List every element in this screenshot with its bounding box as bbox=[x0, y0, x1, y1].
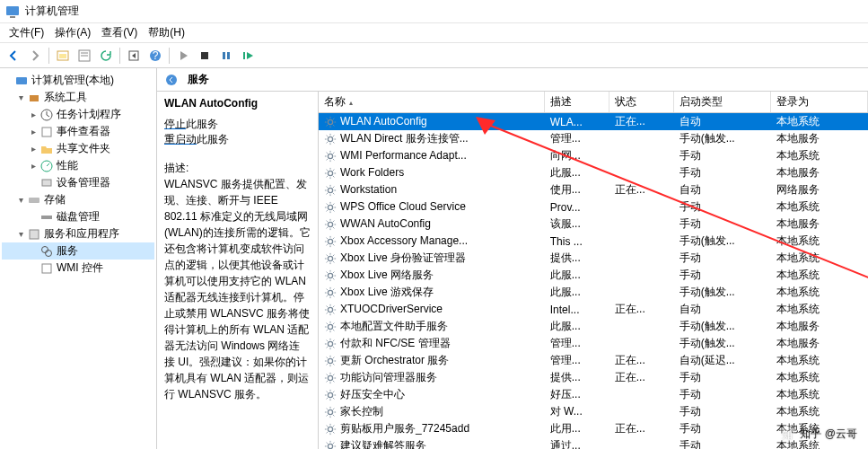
svg-point-33 bbox=[328, 222, 332, 226]
service-detail-pane: WLAN AutoConfig 停止此服务 重启动此服务 描述: WLANSVC… bbox=[157, 92, 319, 449]
help-button[interactable]: ? bbox=[145, 46, 165, 66]
svg-point-36 bbox=[328, 273, 332, 277]
pause-service-button[interactable] bbox=[216, 46, 236, 66]
tree-device-manager[interactable]: 设备管理器 bbox=[2, 174, 154, 191]
svg-point-31 bbox=[328, 188, 332, 192]
titlebar: 计算机管理 bbox=[0, 0, 868, 23]
desc-label: 描述: bbox=[164, 160, 311, 176]
svg-point-45 bbox=[328, 427, 332, 431]
service-row[interactable]: 好压安全中心好压...手动本地系统 bbox=[319, 386, 868, 403]
separator bbox=[119, 48, 120, 64]
svg-text:?: ? bbox=[153, 49, 159, 62]
service-row[interactable]: 更新 Orchestrator 服务管理...正在...自动(延迟...本地系统 bbox=[319, 352, 868, 369]
restart-link[interactable]: 重启动 bbox=[164, 133, 197, 145]
service-row[interactable]: Workstation使用...正在...自动网络服务 bbox=[319, 181, 868, 198]
tree-event-viewer[interactable]: ▸事件查看器 bbox=[2, 123, 154, 140]
watermark: 知 知乎 @云哥 bbox=[780, 427, 857, 442]
content-pane: 服务 WLAN AutoConfig 停止此服务 重启动此服务 描述: WLAN… bbox=[157, 68, 868, 449]
svg-point-23 bbox=[42, 246, 48, 252]
service-row[interactable]: Work Folders此服...手动本地服务 bbox=[319, 164, 868, 181]
back-button[interactable] bbox=[4, 46, 23, 66]
svg-point-29 bbox=[328, 154, 332, 158]
detail-service-name: WLAN AutoConfig bbox=[164, 97, 311, 110]
service-row[interactable]: WLAN AutoConfigWLA...正在...自动本地系统 bbox=[319, 113, 868, 131]
menubar: 文件(F) 操作(A) 查看(V) 帮助(H) bbox=[0, 23, 868, 43]
service-row[interactable]: Xbox Live 网络服务此服...手动本地系统 bbox=[319, 267, 868, 284]
header-back-icon[interactable] bbox=[162, 71, 180, 89]
forward-button[interactable] bbox=[25, 46, 45, 66]
nav-tree[interactable]: 计算机管理(本地) ▾系统工具 ▸任务计划程序 ▸事件查看器 ▸共享文件夹 ▸性… bbox=[0, 68, 157, 449]
tree-task-scheduler[interactable]: ▸任务计划程序 bbox=[2, 106, 154, 123]
properties-button[interactable] bbox=[75, 46, 94, 66]
svg-point-34 bbox=[328, 239, 332, 243]
tree-services[interactable]: 服务 bbox=[2, 242, 154, 260]
svg-point-43 bbox=[328, 392, 332, 397]
menu-view[interactable]: 查看(V) bbox=[96, 23, 143, 42]
app-icon bbox=[5, 4, 20, 19]
svg-rect-17 bbox=[42, 128, 51, 136]
tree-root[interactable]: 计算机管理(本地) bbox=[2, 72, 154, 89]
svg-point-32 bbox=[328, 205, 332, 209]
svg-point-40 bbox=[328, 341, 332, 346]
svg-point-42 bbox=[328, 375, 332, 380]
svg-rect-0 bbox=[6, 6, 19, 15]
svg-rect-3 bbox=[59, 54, 66, 58]
tree-storage[interactable]: ▾存储 bbox=[2, 191, 154, 208]
service-row[interactable]: WMI Performance Adapt...向网...手动本地系统 bbox=[319, 147, 868, 164]
service-row[interactable]: 本地配置文件助手服务此服...手动(触发...本地服务 bbox=[319, 318, 868, 335]
svg-rect-22 bbox=[30, 230, 39, 239]
service-row[interactable]: WWAN AutoConfig该服...手动本地服务 bbox=[319, 216, 868, 233]
service-row[interactable]: XTUOCDriverServiceIntel...正在...自动本地系统 bbox=[319, 301, 868, 318]
svg-point-27 bbox=[328, 119, 332, 124]
export-button[interactable] bbox=[124, 46, 144, 66]
zhihu-icon: 知 bbox=[780, 427, 794, 442]
service-row[interactable]: 家长控制对 W...手动本地系统 bbox=[319, 403, 868, 420]
service-row[interactable]: Xbox Accessory Manage...This ...手动(触发...… bbox=[319, 233, 868, 250]
tree-shared-folders[interactable]: ▸共享文件夹 bbox=[2, 140, 154, 157]
tree-system-tools[interactable]: ▾系统工具 bbox=[2, 89, 154, 106]
window-title: 计算机管理 bbox=[25, 4, 79, 19]
service-row[interactable]: 付款和 NFC/SE 管理器管理...手动(触发...本地服务 bbox=[319, 335, 868, 352]
refresh-button[interactable] bbox=[96, 46, 116, 66]
tree-services-apps[interactable]: ▾服务和应用程序 bbox=[2, 225, 154, 242]
svg-rect-15 bbox=[30, 95, 39, 101]
col-name[interactable]: 名称▴ bbox=[319, 92, 545, 113]
service-list[interactable]: 名称▴ 描述 状态 启动类型 登录为 WLAN AutoConfigWLA...… bbox=[319, 92, 868, 449]
separator bbox=[169, 48, 170, 64]
up-button[interactable] bbox=[53, 46, 73, 66]
tree-performance[interactable]: ▸性能 bbox=[2, 157, 154, 174]
svg-point-37 bbox=[328, 290, 332, 295]
menu-file[interactable]: 文件(F) bbox=[4, 23, 49, 42]
svg-rect-12 bbox=[227, 52, 230, 59]
service-row[interactable]: Xbox Live 游戏保存此服...手动(触发...本地系统 bbox=[319, 284, 868, 301]
tree-wmi[interactable]: WMI 控件 bbox=[2, 260, 154, 277]
svg-point-38 bbox=[328, 307, 332, 312]
stop-link[interactable]: 停止 bbox=[164, 118, 186, 130]
main-content: 计算机管理(本地) ▾系统工具 ▸任务计划程序 ▸事件查看器 ▸共享文件夹 ▸性… bbox=[0, 68, 868, 449]
col-status[interactable]: 状态 bbox=[609, 92, 674, 113]
stop-service-button[interactable] bbox=[195, 46, 215, 66]
menu-help[interactable]: 帮助(H) bbox=[143, 23, 190, 42]
svg-rect-11 bbox=[223, 52, 225, 59]
tree-disk-management[interactable]: 磁盘管理 bbox=[2, 208, 154, 225]
svg-point-46 bbox=[328, 444, 332, 448]
service-row[interactable]: Xbox Live 身份验证管理器提供...手动本地系统 bbox=[319, 250, 868, 267]
restart-service-button[interactable] bbox=[238, 46, 258, 66]
col-startup[interactable]: 启动类型 bbox=[674, 92, 771, 113]
service-row[interactable]: 功能访问管理器服务提供...正在...手动本地系统 bbox=[319, 369, 868, 386]
service-row[interactable]: WPS Office Cloud ServiceProv...手动本地系统 bbox=[319, 198, 868, 216]
svg-rect-21 bbox=[41, 216, 52, 219]
col-logon[interactable]: 登录为 bbox=[771, 92, 868, 113]
services-header: 服务 bbox=[157, 68, 868, 92]
col-desc[interactable]: 描述 bbox=[545, 92, 609, 113]
svg-point-28 bbox=[328, 136, 332, 141]
separator bbox=[48, 48, 49, 64]
desc-text: WLANSVC 服务提供配置、发现、连接、断开与 IEEE 802.11 标准定… bbox=[164, 176, 311, 402]
menu-action[interactable]: 操作(A) bbox=[49, 23, 96, 42]
service-row[interactable]: WLAN Direct 服务连接管...管理...手动(触发...本地服务 bbox=[319, 130, 868, 147]
svg-rect-1 bbox=[10, 16, 15, 18]
svg-point-39 bbox=[328, 324, 332, 329]
sort-indicator-icon: ▴ bbox=[349, 99, 353, 107]
start-service-button[interactable] bbox=[173, 46, 193, 66]
svg-point-44 bbox=[328, 409, 332, 414]
